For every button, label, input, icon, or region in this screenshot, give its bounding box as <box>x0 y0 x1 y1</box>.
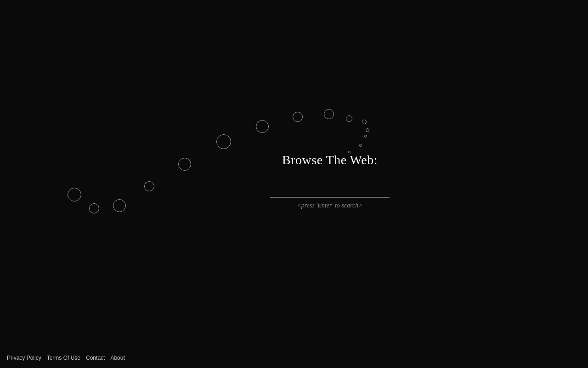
title-row: Browse The Web: <box>282 153 378 167</box>
privacy-policy-link[interactable]: Privacy Policy <box>7 355 41 361</box>
decorative-circle-7 <box>359 144 362 147</box>
decorative-circle-9 <box>216 134 231 149</box>
footer: Privacy Policy Terms Of Use Contact Abou… <box>7 355 125 361</box>
decorative-circle-10 <box>178 158 191 171</box>
search-input[interactable] <box>270 181 390 197</box>
decorative-circle-13 <box>89 203 99 213</box>
terms-link[interactable]: Terms Of Use <box>47 355 80 361</box>
about-link[interactable]: About <box>110 355 124 361</box>
decorative-circle-1 <box>293 112 303 122</box>
contact-link[interactable]: Contact <box>86 355 105 361</box>
decorative-circle-12 <box>68 188 81 201</box>
decorative-circle-4 <box>362 120 367 124</box>
decorative-circle-6 <box>364 135 367 138</box>
decorative-circle-2 <box>324 109 334 119</box>
decorative-circle-0 <box>256 120 269 133</box>
page-title: Browse The Web: <box>282 153 378 167</box>
decorative-circle-5 <box>366 128 369 132</box>
main-content: Browse The Web: <press 'Enter' to search… <box>270 153 390 209</box>
search-hint: <press 'Enter' to search> <box>297 202 362 209</box>
decorative-circle-11 <box>144 181 154 191</box>
decorative-circle-3 <box>346 115 352 122</box>
decorative-circle-14 <box>113 199 126 212</box>
